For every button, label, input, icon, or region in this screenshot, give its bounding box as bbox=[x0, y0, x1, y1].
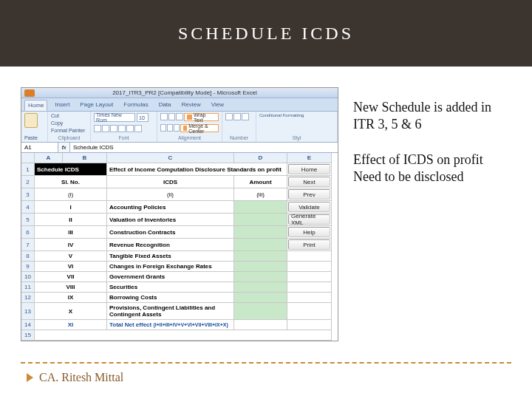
cell-empty-8e[interactable] bbox=[287, 251, 332, 262]
cell-r4-text[interactable]: Tangible Fixed Assets bbox=[107, 251, 234, 262]
font-name-select[interactable]: Times New Rom bbox=[94, 113, 135, 122]
cell-r7-n[interactable]: VIII bbox=[35, 282, 107, 293]
bold-icon[interactable] bbox=[94, 125, 101, 132]
tab-view[interactable]: View bbox=[208, 100, 227, 111]
col-C[interactable]: C bbox=[107, 153, 234, 163]
cell-r2-n[interactable]: III bbox=[35, 226, 107, 239]
align-bottom-icon[interactable] bbox=[176, 113, 183, 120]
font-size-select[interactable]: 10 bbox=[137, 113, 149, 122]
cell-schedule-icds[interactable]: Schedule ICDS bbox=[35, 163, 107, 176]
row-3[interactable]: 3 bbox=[21, 188, 35, 201]
tab-formulas[interactable]: Formulas bbox=[120, 100, 151, 111]
copy-button[interactable]: Copy bbox=[51, 120, 87, 126]
tab-review[interactable]: Review bbox=[179, 100, 204, 111]
row-10[interactable]: 10 bbox=[21, 272, 35, 282]
generate-xml-button[interactable]: Generate XML bbox=[288, 214, 330, 225]
cell-total-text[interactable]: Total Net effect (I+II+III+IV+V+VI+VII+V… bbox=[107, 320, 234, 330]
row-12[interactable]: 12 bbox=[21, 293, 35, 303]
align-middle-icon[interactable] bbox=[168, 113, 176, 120]
cell-empty-12e[interactable] bbox=[287, 293, 332, 303]
cell-r5-text[interactable]: Changes in Foreign Exchange Rates bbox=[107, 262, 234, 272]
next-button[interactable]: Next bbox=[288, 177, 330, 187]
align-right-icon[interactable] bbox=[174, 124, 180, 132]
row-4[interactable]: 4 bbox=[21, 201, 35, 214]
comma-icon[interactable] bbox=[242, 113, 249, 120]
border-icon[interactable] bbox=[118, 125, 126, 132]
cell-r3-text[interactable]: Revenue Recognition bbox=[107, 239, 234, 251]
cell-r8-text[interactable]: Borrowing Costs bbox=[107, 293, 234, 303]
cell-r2-text[interactable]: Construction Contracts bbox=[107, 226, 234, 239]
col-E[interactable]: E bbox=[287, 153, 332, 163]
formula-input[interactable]: Schedule ICDS bbox=[70, 143, 338, 152]
conditional-formatting-button[interactable]: Conditional Formatting bbox=[259, 113, 334, 117]
office-button-icon[interactable] bbox=[24, 89, 35, 97]
cell-r4-n[interactable]: V bbox=[35, 251, 107, 262]
tab-home[interactable]: Home bbox=[24, 100, 47, 111]
cell-btn-validate[interactable]: Validate bbox=[287, 201, 332, 214]
row-6[interactable]: 6 bbox=[21, 226, 35, 239]
prev-button[interactable]: Prev bbox=[288, 189, 330, 200]
italic-icon[interactable] bbox=[102, 125, 109, 132]
number-format-icon[interactable] bbox=[225, 113, 233, 120]
cell-r6-n[interactable]: VII bbox=[35, 272, 107, 282]
cell-sub-i[interactable]: (i) bbox=[35, 188, 107, 201]
cell-icds[interactable]: ICDS bbox=[107, 176, 234, 188]
cell-r6-amt[interactable] bbox=[234, 272, 287, 282]
cell-r9-text[interactable]: Provisions, Contingent Liabilities and C… bbox=[107, 303, 234, 320]
fx-icon[interactable]: fx bbox=[58, 143, 70, 152]
cell-r4-amt[interactable] bbox=[234, 251, 287, 262]
cell-r8-amt[interactable] bbox=[234, 293, 287, 303]
cell-r1-text[interactable]: Valuation of Inventories bbox=[107, 214, 234, 226]
cell-empty-10e[interactable] bbox=[287, 272, 332, 282]
cell-r0-amt[interactable] bbox=[234, 201, 287, 214]
cell-r2-amt[interactable] bbox=[234, 226, 287, 239]
paste-icon[interactable] bbox=[24, 113, 38, 128]
cell-empty-13e[interactable] bbox=[287, 303, 332, 320]
paste-button[interactable]: Paste bbox=[24, 135, 44, 140]
cell-r8-n[interactable]: IX bbox=[35, 293, 107, 303]
cell-r5-n[interactable]: VI bbox=[35, 262, 107, 272]
cell-header-desc[interactable]: Effect of Income Computation Disclosure … bbox=[107, 163, 287, 176]
cell-sl-no[interactable]: Sl. No. bbox=[35, 176, 107, 188]
cell-sub-iii[interactable]: (iii) bbox=[234, 188, 287, 201]
cell-empty-14e[interactable] bbox=[287, 320, 332, 330]
font-color-icon[interactable] bbox=[134, 125, 142, 132]
cut-button[interactable]: Cut bbox=[51, 113, 87, 118]
cell-amount[interactable]: Amount bbox=[234, 176, 287, 188]
col-B[interactable]: B bbox=[63, 153, 107, 163]
cell-btn-home[interactable]: Home bbox=[287, 163, 332, 176]
tab-page-layout[interactable]: Page Layout bbox=[77, 100, 116, 111]
cell-r1-amt[interactable] bbox=[234, 214, 287, 226]
cell-total-amt[interactable] bbox=[234, 320, 287, 330]
cell-sub-ii[interactable]: (ii) bbox=[107, 188, 234, 201]
fill-color-icon[interactable] bbox=[126, 125, 134, 132]
cell-r0-text[interactable]: Accounting Policies bbox=[107, 201, 234, 214]
align-center-icon[interactable] bbox=[167, 124, 173, 132]
help-button[interactable]: Help bbox=[288, 227, 330, 237]
cell-r3-n[interactable]: IV bbox=[35, 239, 107, 251]
home-button[interactable]: Home bbox=[288, 164, 330, 174]
col-A[interactable]: A bbox=[35, 153, 63, 163]
row-5[interactable]: 5 bbox=[21, 214, 35, 226]
row-1[interactable]: 1 bbox=[21, 163, 35, 176]
cell-r9-n[interactable]: X bbox=[35, 303, 107, 320]
cell-empty-9e[interactable] bbox=[287, 262, 332, 272]
row-2[interactable]: 2 bbox=[21, 176, 35, 188]
cell-r5-amt[interactable] bbox=[234, 262, 287, 272]
cell-total-n[interactable]: XI bbox=[35, 320, 107, 330]
worksheet-grid[interactable]: A B C D E 1 Schedule ICDS Effect of Inco… bbox=[21, 153, 338, 341]
cell-empty-15[interactable] bbox=[35, 330, 332, 341]
align-top-icon[interactable] bbox=[160, 113, 168, 120]
validate-button[interactable]: Validate bbox=[288, 202, 330, 212]
row-9[interactable]: 9 bbox=[21, 262, 35, 272]
align-left-icon[interactable] bbox=[160, 124, 166, 132]
row-7[interactable]: 7 bbox=[21, 239, 35, 251]
cell-btn-help[interactable]: Help bbox=[287, 226, 332, 239]
row-11[interactable]: 11 bbox=[21, 282, 35, 293]
cell-btn-genxml[interactable]: Generate XML bbox=[287, 214, 332, 226]
name-box[interactable]: A1 bbox=[21, 143, 58, 152]
cell-r0-n[interactable]: I bbox=[35, 201, 107, 214]
row-8[interactable]: 8 bbox=[21, 251, 35, 262]
row-13[interactable]: 13 bbox=[21, 303, 35, 320]
percent-icon[interactable] bbox=[233, 113, 241, 120]
